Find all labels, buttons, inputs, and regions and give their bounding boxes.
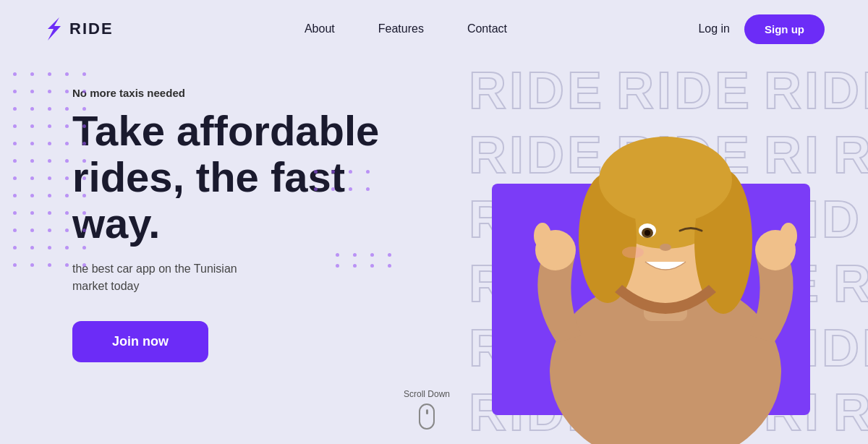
dot (30, 142, 34, 145)
dot (13, 246, 17, 249)
dot (48, 72, 51, 76)
main-content: No more taxis needed Take affordable rid… (0, 58, 868, 444)
dot (65, 194, 69, 197)
hero-right: RIDE RIDE RIDE RIDE RID RIDE RIDE RI RID… (463, 58, 868, 444)
dot (30, 246, 34, 249)
nav-features[interactable]: Features (378, 22, 424, 35)
dot (82, 107, 86, 111)
dot (65, 90, 69, 93)
header: RIDE About Features Contact Log in Sign … (0, 0, 868, 58)
dot (30, 90, 34, 93)
svg-point-15 (780, 223, 797, 249)
logo[interactable]: RIDE (43, 16, 114, 42)
dot (82, 72, 86, 76)
dot (82, 142, 86, 145)
main-nav: About Features Contact (305, 22, 507, 35)
dot (30, 159, 34, 163)
nav-about[interactable]: About (305, 22, 335, 35)
dot (48, 159, 51, 163)
dot (48, 263, 51, 267)
dot (82, 246, 86, 249)
dot (336, 253, 339, 257)
dot (65, 107, 69, 111)
dot (65, 176, 69, 180)
join-now-button[interactable]: Join now (72, 321, 208, 362)
dot (13, 107, 17, 111)
dot (48, 246, 51, 249)
auth-area: Log in Sign up (698, 14, 825, 44)
dot (48, 90, 51, 93)
dot (82, 229, 86, 232)
ride-logo-icon (43, 16, 64, 42)
hero-subtitle: No more taxis needed (72, 87, 420, 99)
dot (353, 253, 357, 257)
dot (48, 229, 51, 232)
dot (82, 90, 86, 93)
scroll-down-label: Scroll Down (404, 389, 450, 399)
svg-point-10 (660, 244, 671, 251)
dot (48, 124, 51, 128)
dot (349, 170, 352, 174)
dot (366, 170, 370, 174)
dot (13, 124, 17, 128)
dot (65, 72, 69, 76)
dot (82, 211, 86, 215)
dot (13, 142, 17, 145)
mouse-wheel (426, 409, 428, 414)
dot (65, 142, 69, 145)
dot (82, 176, 86, 180)
dot (30, 194, 34, 197)
scroll-down-indicator: Scroll Down (404, 389, 450, 430)
dot (30, 107, 34, 111)
dot (366, 187, 370, 191)
dot (370, 253, 374, 257)
nav-contact[interactable]: Contact (467, 22, 507, 35)
dot (82, 194, 86, 197)
dot (30, 211, 34, 215)
hero-left: No more taxis needed Take affordable rid… (0, 58, 463, 444)
dot (82, 124, 86, 128)
mouse-scroll-icon (419, 404, 435, 430)
svg-point-9 (644, 230, 650, 236)
dot (65, 229, 69, 232)
dot (65, 211, 69, 215)
dot (353, 264, 357, 268)
dot (65, 124, 69, 128)
dot (13, 72, 17, 76)
dot (82, 263, 86, 267)
dot (65, 159, 69, 163)
svg-point-6 (599, 137, 732, 223)
dot (336, 264, 339, 268)
dots-decoration-right-top (314, 170, 376, 215)
dot (331, 170, 335, 174)
dots-decoration-left (13, 72, 93, 273)
svg-point-11 (622, 247, 644, 258)
dot (30, 176, 34, 180)
dot (388, 264, 391, 268)
dot (48, 142, 51, 145)
dot (331, 187, 335, 191)
brand-name: RIDE (69, 20, 114, 38)
dot (48, 107, 51, 111)
dot (349, 187, 352, 191)
dot (13, 176, 17, 180)
hero-person-image (470, 68, 861, 444)
dot (13, 211, 17, 215)
dot (30, 263, 34, 267)
dot (314, 170, 318, 174)
dot (30, 124, 34, 128)
dot (13, 229, 17, 232)
dot (13, 90, 17, 93)
dot (65, 246, 69, 249)
dot (82, 159, 86, 163)
dot (30, 72, 34, 76)
dot (48, 211, 51, 215)
dot (370, 264, 374, 268)
login-button[interactable]: Log in (698, 22, 730, 35)
svg-point-13 (534, 223, 551, 249)
dot (13, 263, 17, 267)
dot (48, 176, 51, 180)
dot (30, 229, 34, 232)
signup-button[interactable]: Sign up (744, 14, 825, 44)
hero-description: the best car app on the Tunisian market … (72, 260, 260, 295)
